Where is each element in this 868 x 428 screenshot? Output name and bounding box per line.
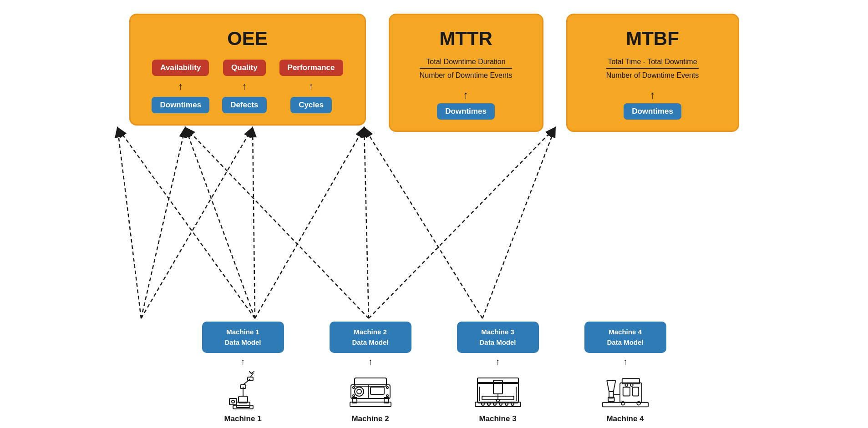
svg-point-36 xyxy=(353,395,355,397)
svg-point-37 xyxy=(386,395,388,397)
downtimes-badge-1: Downtimes xyxy=(152,97,209,113)
mttr-formula-arrow: ↑ xyxy=(463,90,469,101)
svg-point-50 xyxy=(505,403,508,405)
svg-point-48 xyxy=(493,403,496,405)
oee-availability: Availability ↑ Downtimes xyxy=(152,60,209,113)
machine-4-data-box: Machine 4Data Model xyxy=(584,322,666,353)
cycles-badge: Cycles xyxy=(290,97,332,113)
svg-marker-54 xyxy=(607,380,615,391)
svg-line-2 xyxy=(141,127,185,318)
svg-line-8 xyxy=(369,127,555,318)
svg-point-49 xyxy=(499,403,502,405)
svg-line-6 xyxy=(255,127,364,318)
svg-point-46 xyxy=(482,403,484,405)
machine-3-data-box: Machine 3Data Model xyxy=(457,322,539,353)
machine-4-icon xyxy=(600,370,650,411)
svg-line-18 xyxy=(243,379,250,385)
quality-badge: Quality xyxy=(223,60,266,76)
machine-2-item: Machine 2Data Model ↑ xyxy=(320,322,421,423)
mttr-numerator: Total Downtime Duration xyxy=(420,58,513,69)
mtbf-box: MTBF Total Time - Total Downtime Number … xyxy=(566,14,739,132)
svg-line-4 xyxy=(185,127,255,318)
machine-4-label: Machine 4 xyxy=(606,414,644,423)
oee-title: OEE xyxy=(227,28,268,50)
oee-performance: Performance ↑ Cycles xyxy=(279,60,343,113)
svg-point-29 xyxy=(355,387,364,396)
svg-rect-60 xyxy=(632,387,638,396)
mttr-denominator: Number of Downtime Events xyxy=(420,71,513,80)
mtbf-formula: Total Time - Total Downtime Number of Do… xyxy=(606,58,699,80)
svg-line-5 xyxy=(253,127,255,318)
machines-row: Machine 1Data Model ↑ xyxy=(0,322,868,423)
svg-point-47 xyxy=(487,403,490,405)
machine-2-data-box: Machine 2Data Model xyxy=(330,322,411,353)
mttr-title: MTTR xyxy=(439,28,492,50)
machine-1-label: Machine 1 xyxy=(224,414,261,423)
svg-line-12 xyxy=(141,127,253,318)
machine-2-label: Machine 2 xyxy=(351,414,389,423)
svg-point-65 xyxy=(630,383,633,386)
availability-arrow: ↑ xyxy=(178,81,183,92)
machine-3-icon xyxy=(473,370,523,411)
machine-3-up-arrow: ↑ xyxy=(496,357,500,367)
machine-3-item: Machine 3Data Model ↑ xyxy=(448,322,548,423)
mtbf-formula-arrow: ↑ xyxy=(650,90,655,101)
machine-1-icon xyxy=(218,370,268,411)
oee-box: OEE Availability ↑ Downtimes Quality ↑ D… xyxy=(129,14,366,126)
svg-point-64 xyxy=(625,383,628,386)
performance-arrow: ↑ xyxy=(309,81,314,92)
svg-line-3 xyxy=(117,127,255,318)
machine-1-item: Machine 1Data Model ↑ xyxy=(193,322,293,423)
svg-line-1 xyxy=(117,127,141,318)
svg-line-9 xyxy=(185,127,369,318)
mttr-box: MTTR Total Downtime Duration Number of D… xyxy=(389,14,543,132)
svg-line-22 xyxy=(251,372,254,373)
svg-point-35 xyxy=(386,387,388,388)
machine-2-up-arrow: ↑ xyxy=(368,357,373,367)
downtimes-badge-3: Downtimes xyxy=(624,103,681,120)
svg-point-30 xyxy=(357,389,361,394)
svg-line-7 xyxy=(364,127,369,318)
metric-boxes-row: OEE Availability ↑ Downtimes Quality ↑ D… xyxy=(0,14,868,132)
machine-3-label: Machine 3 xyxy=(479,414,516,423)
machine-1-up-arrow: ↑ xyxy=(241,357,245,367)
quality-arrow: ↑ xyxy=(242,81,247,92)
svg-line-10 xyxy=(482,127,555,318)
svg-rect-53 xyxy=(602,402,648,407)
machine-2-icon xyxy=(345,370,396,411)
machine-4-up-arrow: ↑ xyxy=(623,357,628,367)
machine-4-item: Machine 4Data Model ↑ xyxy=(575,322,675,423)
svg-point-34 xyxy=(353,387,355,388)
mttr-formula: Total Downtime Duration Number of Downti… xyxy=(420,58,513,80)
svg-point-51 xyxy=(511,403,514,405)
availability-badge: Availability xyxy=(152,60,209,76)
svg-rect-33 xyxy=(371,387,384,394)
svg-rect-59 xyxy=(623,387,629,396)
oee-items-row: Availability ↑ Downtimes Quality ↑ Defec… xyxy=(152,60,343,113)
diagram-container: OEE Availability ↑ Downtimes Quality ↑ D… xyxy=(0,0,868,428)
downtimes-badge-2: Downtimes xyxy=(437,103,495,120)
svg-line-20 xyxy=(250,373,253,377)
machine-1-data-box: Machine 1Data Model xyxy=(202,322,284,353)
svg-point-24 xyxy=(232,400,234,403)
defects-badge: Defects xyxy=(222,97,266,113)
oee-quality: Quality ↑ Defects xyxy=(222,60,266,113)
mtbf-denominator: Number of Downtime Events xyxy=(606,71,699,80)
mtbf-title: MTBF xyxy=(626,28,679,50)
svg-rect-23 xyxy=(229,398,237,405)
performance-badge: Performance xyxy=(279,60,343,76)
svg-line-11 xyxy=(364,127,482,318)
mtbf-numerator: Total Time - Total Downtime xyxy=(606,58,699,69)
